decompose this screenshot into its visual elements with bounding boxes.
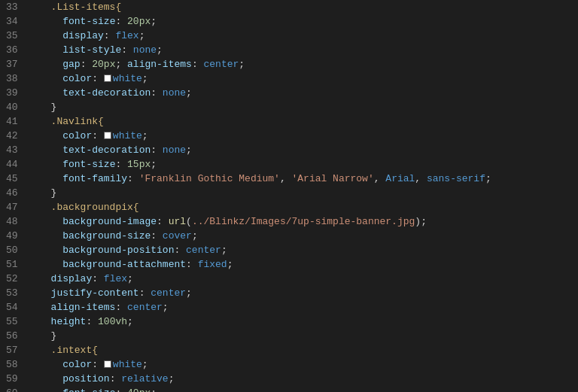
code-line: gap: 20px; align-items: center; [39,57,578,71]
token-plain [39,315,51,329]
token-property: background-image [62,214,157,229]
token-punct: ; [485,172,491,186]
line-number: 54 [6,300,27,315]
token-punct: ; [221,243,227,257]
line-number: 38 [6,71,27,86]
code-line: .List-items{ [39,0,578,14]
line-number: 34 [6,14,27,29]
code-line: text-decoration: none; [39,86,578,100]
color-swatch-icon [104,74,111,82]
token-punct: } [39,329,56,343]
token-value-kw: center [186,243,221,257]
token-punct: ; [186,86,192,100]
token-property: font-family [62,172,127,186]
code-line: justify-content: center; [39,286,578,300]
line-number: 44 [6,157,27,172]
code-line: .intext{ [39,343,578,357]
token-property: font-size [62,157,115,172]
code-line: background-position: center; [39,243,578,257]
color-swatch-icon [104,360,111,368]
code-line: font-size: 40px; [39,386,578,392]
token-punct: : [115,157,127,172]
token-punct: : [139,286,151,300]
token-punct: : [115,386,127,392]
code-line: display: flex; [39,29,578,43]
token-property: justify-content [51,286,139,300]
token-property: display [62,29,104,43]
code-line: .Navlink{ [39,114,578,129]
line-numbers: 3334353637383940414243444546474849505152… [0,0,36,392]
token-property: position [62,372,109,386]
token-punct: : [121,43,133,57]
code-line: align-items: center; [39,300,578,315]
token-plain [39,129,62,143]
token-punct: ; [163,300,169,315]
token-punct: ; [142,71,148,86]
token-punct: : [104,29,116,43]
token-punct: : [92,357,104,372]
token-property: display [51,272,93,286]
token-punct: ; [142,129,148,143]
line-number: 48 [6,214,27,229]
code-line: } [39,100,578,114]
token-punct: ; [115,57,127,71]
token-punct: : [115,300,127,315]
token-punct: , [415,172,427,186]
token-value-num: 20px [127,14,151,29]
token-selector: .backgroundpix{ [39,200,139,214]
token-value-num: 15px [127,157,151,172]
line-number: 33 [6,0,27,14]
token-punct: : [151,143,163,157]
token-plain [39,372,62,386]
token-selector: .intext{ [39,343,98,357]
token-punct: : [92,129,104,143]
token-property: align-items [51,300,116,315]
token-punct: ; [157,43,163,57]
token-punct: : [127,172,139,186]
token-value-kw: center [204,57,239,71]
code-line: font-size: 15px; [39,157,578,172]
code-line: text-decoration: none; [39,143,578,157]
token-property: text-decoration [62,86,151,100]
line-number: 50 [6,243,27,257]
token-punct: , [374,172,386,186]
line-number: 59 [6,372,27,386]
token-value-kw: Arial [385,172,415,186]
line-number: 57 [6,343,27,357]
line-number: 36 [6,43,27,57]
token-property: list-style [62,43,121,57]
token-plain [39,143,62,157]
token-punct: ; [142,357,148,372]
token-value-num: 40px [127,386,151,392]
code-line: color: white; [39,129,578,143]
token-value-kw: relative [121,372,168,386]
token-selector: .List-items{ [39,0,121,14]
token-punct: : [92,272,104,286]
token-plain [39,286,51,300]
code-line: list-style: none; [39,43,578,57]
code-line: } [39,186,578,200]
token-punct: ; [151,157,157,172]
token-value-kw: white [113,71,142,86]
line-number: 47 [6,200,27,214]
token-punct: : [115,14,127,29]
token-value-kw: flex [104,272,127,286]
code-content[interactable]: .List-items{ font-size: 20px; display: f… [36,0,578,392]
line-number: 43 [6,143,27,157]
token-property: font-size [62,14,115,29]
code-line: font-size: 20px; [39,14,578,29]
token-value-kw: none [163,143,186,157]
token-value: 'Franklin Gothic Medium' [139,172,280,186]
token-url: ../Blinkz/Images/7up-simple-banner.jpg [192,214,415,229]
token-value-kw: center [127,300,163,315]
token-plain [39,57,62,71]
token-plain [39,386,62,392]
token-value-kw: white [113,129,142,143]
line-number: 52 [6,272,27,286]
token-property: gap [62,57,80,71]
token-punct: : [157,214,169,229]
code-line: color: white; [39,71,578,86]
token-property: background-position [62,243,174,257]
token-plain [39,71,62,86]
token-property: background-attachment [62,257,186,272]
